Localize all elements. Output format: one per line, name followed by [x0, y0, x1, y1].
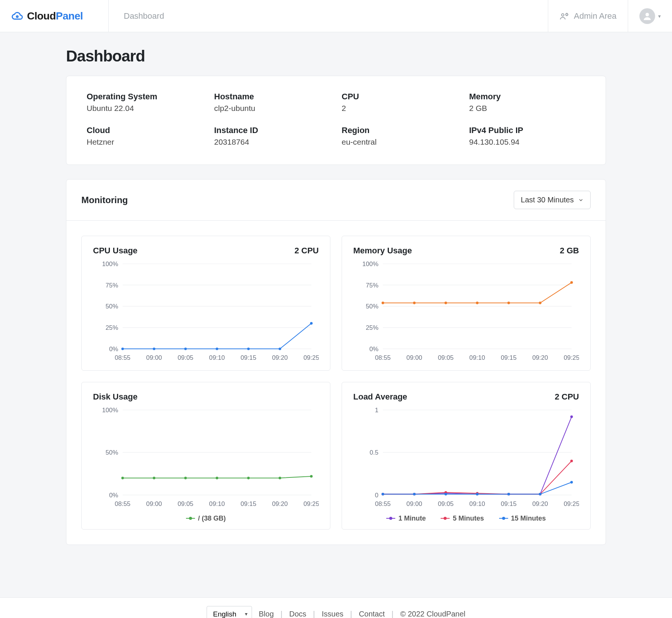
svg-text:09:15: 09:15 [501, 501, 517, 508]
svg-text:100%: 100% [102, 407, 118, 414]
main-nav: Dashboard [109, 11, 548, 21]
svg-text:09:00: 09:00 [146, 354, 162, 361]
svg-text:09:10: 09:10 [209, 354, 225, 361]
svg-text:25%: 25% [106, 324, 118, 331]
svg-point-103 [507, 493, 510, 495]
svg-text:09:00: 09:00 [146, 501, 162, 508]
svg-text:100%: 100% [362, 260, 378, 268]
svg-text:09:25: 09:25 [564, 501, 579, 508]
footer-issues[interactable]: Issues [322, 610, 344, 618]
admin-area-link[interactable]: Admin Area [548, 0, 628, 32]
svg-text:08:55: 08:55 [375, 354, 391, 361]
svg-point-24 [216, 347, 218, 350]
svg-text:09:05: 09:05 [438, 354, 454, 361]
svg-text:09:10: 09:10 [470, 354, 485, 361]
svg-point-102 [476, 493, 478, 495]
info-cpu: CPU2 [342, 92, 458, 113]
svg-text:09:25: 09:25 [303, 354, 319, 361]
svg-point-71 [310, 475, 313, 478]
svg-text:09:05: 09:05 [438, 501, 454, 508]
footer-contact[interactable]: Contact [359, 610, 385, 618]
svg-text:08:55: 08:55 [115, 501, 130, 508]
svg-point-101 [444, 493, 447, 495]
disk-legend: / (38 GB) [93, 515, 319, 522]
svg-text:09:25: 09:25 [564, 354, 579, 361]
time-range-label: Last 30 Minutes [521, 196, 574, 204]
svg-text:50%: 50% [106, 303, 118, 310]
svg-point-104 [539, 493, 542, 495]
svg-point-22 [153, 347, 155, 350]
svg-point-45 [382, 302, 384, 304]
page-title: Dashboard [66, 47, 606, 65]
svg-point-65 [122, 477, 124, 479]
svg-point-99 [382, 493, 384, 495]
svg-text:09:15: 09:15 [501, 354, 517, 361]
user-menu[interactable]: ▾ [628, 0, 672, 32]
nav-dashboard[interactable]: Dashboard [124, 11, 164, 21]
svg-text:09:20: 09:20 [272, 501, 288, 508]
topbar: CloudPanel Dashboard Admin Area ▾ [0, 0, 672, 32]
monitoring-card: Monitoring Last 30 Minutes CPU Usage2 CP… [66, 179, 606, 545]
svg-point-25 [247, 347, 250, 350]
footer-blog[interactable]: Blog [259, 610, 274, 618]
logo-text: CloudPanel [27, 10, 83, 22]
monitoring-title: Monitoring [81, 195, 128, 205]
svg-point-50 [539, 302, 542, 304]
info-region: Regioneu-central [342, 126, 458, 147]
svg-point-46 [413, 302, 416, 304]
footer: English Blog| Docs| Issues| Contact| © 2… [0, 597, 672, 618]
svg-text:50%: 50% [366, 303, 379, 310]
svg-text:50%: 50% [106, 449, 118, 456]
admin-area-label: Admin Area [574, 11, 616, 21]
svg-point-48 [476, 302, 478, 304]
svg-text:09:10: 09:10 [470, 501, 485, 508]
load-average-chart: Load Average2 CPU 00.5108:5509:0009:0509… [342, 382, 591, 529]
svg-point-51 [570, 281, 573, 284]
svg-point-49 [507, 302, 510, 304]
svg-text:08:55: 08:55 [375, 501, 391, 508]
svg-text:09:05: 09:05 [178, 354, 194, 361]
info-os: Operating SystemUbuntu 22.04 [87, 92, 203, 113]
svg-text:0%: 0% [369, 346, 378, 353]
svg-point-1 [562, 13, 564, 16]
svg-text:09:00: 09:00 [406, 501, 422, 508]
system-info-card: Operating SystemUbuntu 22.04 Hostnameclp… [66, 76, 606, 165]
logo[interactable]: CloudPanel [0, 0, 109, 32]
footer-docs[interactable]: Docs [289, 610, 306, 618]
svg-text:09:25: 09:25 [303, 501, 319, 508]
time-range-dropdown[interactable]: Last 30 Minutes [514, 191, 591, 209]
admin-gear-icon [560, 11, 569, 21]
info-instance-id: Instance ID20318764 [214, 126, 330, 147]
svg-point-27 [310, 322, 313, 325]
avatar-icon [639, 8, 655, 24]
svg-text:09:15: 09:15 [241, 501, 256, 508]
cpu-usage-chart: CPU Usage2 CPU 0%25%50%75%100%08:5509:00… [81, 236, 330, 371]
svg-text:09:20: 09:20 [532, 354, 548, 361]
svg-text:100%: 100% [102, 260, 118, 268]
info-hostname: Hostnameclp2-ubuntu [214, 92, 330, 113]
svg-text:09:15: 09:15 [241, 354, 256, 361]
svg-point-105 [570, 481, 573, 484]
memory-usage-chart: Memory Usage2 GB 0%25%50%75%100%08:5509:… [342, 236, 591, 371]
footer-copyright: © 2022 CloudPanel [400, 610, 465, 618]
svg-point-26 [279, 347, 281, 350]
svg-point-70 [279, 477, 281, 479]
info-cloud: CloudHetzner [87, 126, 203, 147]
svg-point-47 [444, 302, 447, 304]
svg-text:75%: 75% [106, 282, 118, 289]
svg-text:1: 1 [375, 407, 378, 414]
svg-point-0 [16, 16, 18, 17]
svg-point-68 [216, 477, 218, 479]
info-public-ip: IPv4 Public IP94.130.105.94 [469, 126, 585, 147]
cloud-icon [11, 10, 23, 22]
svg-point-3 [645, 13, 649, 16]
chevron-down-icon: ▾ [658, 13, 661, 19]
svg-text:09:10: 09:10 [209, 501, 225, 508]
svg-text:0%: 0% [109, 492, 118, 499]
language-select[interactable]: English [207, 606, 252, 618]
info-memory: Memory2 GB [469, 92, 585, 113]
svg-point-66 [153, 477, 155, 479]
svg-text:09:00: 09:00 [406, 354, 422, 361]
load-legend: 1 Minute 5 Minutes 15 Minutes [353, 515, 579, 522]
svg-text:75%: 75% [366, 282, 379, 289]
